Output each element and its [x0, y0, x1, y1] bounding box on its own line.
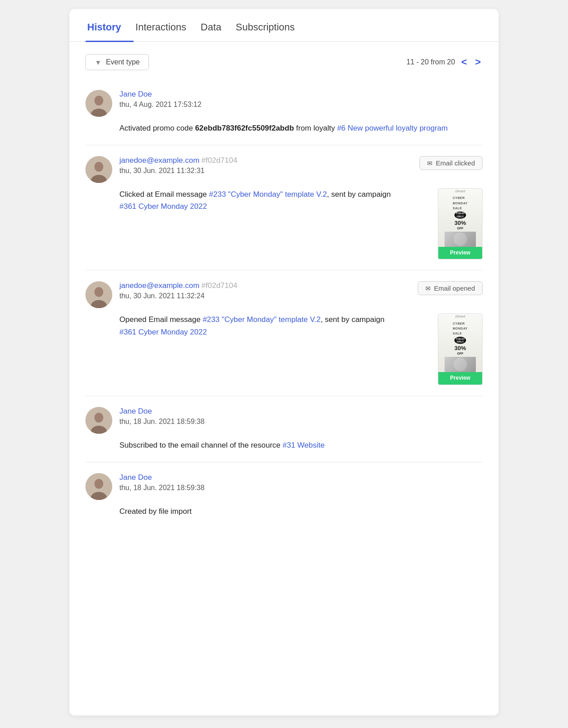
entry-info-4: Jane Doe thu, 18 Jun. 2021 18:59:38 [119, 407, 204, 426]
svg-point-1 [94, 96, 103, 106]
svg-rect-11 [91, 306, 107, 308]
entry-body-text-3: Opened Email message #233 "Cyber Monday"… [119, 313, 429, 338]
svg-point-9 [94, 287, 103, 297]
entry-with-preview-3: Opened Email message #233 "Cyber Monday"… [119, 313, 483, 385]
entry-info-5: Jane Doe thu, 18 Jun. 2021 18:59:38 [119, 473, 204, 492]
entry-header-right-4: Jane Doe thu, 18 Jun. 2021 18:59:38 [119, 407, 483, 426]
thumb-off-3: OFF [457, 351, 463, 356]
event-entry-5: Jane Doe thu, 18 Jun. 2021 18:59:38 Crea… [85, 462, 483, 528]
event-entry-2: janedoe@example.com #f02d7104 thu, 30 Ju… [85, 145, 483, 271]
avatar-5 [85, 473, 112, 500]
timestamp-1: thu, 4 Aug. 2021 17:53:12 [119, 101, 201, 109]
tab-history[interactable]: History [85, 9, 134, 41]
svg-rect-15 [91, 432, 107, 434]
entry-header-2: janedoe@example.com #f02d7104 thu, 30 Ju… [85, 156, 483, 183]
entry-header-4: Jane Doe thu, 18 Jun. 2021 18:59:38 [85, 407, 483, 434]
tab-interactions[interactable]: Interactions [134, 9, 199, 41]
thumb-title-3: Denied [455, 314, 465, 319]
campaign-link-2a[interactable]: #233 "Cyber Monday" template V.2 [209, 190, 327, 199]
thumb-title-2: Denied [455, 189, 465, 194]
entry-header-right-5: Jane Doe thu, 18 Jun. 2021 18:59:38 [119, 473, 483, 492]
svg-point-5 [94, 162, 103, 172]
thumb-inner-3: Denied CYBERMONDAYSALE TODAY ONLY 30% OF… [438, 314, 482, 372]
tab-subscriptions[interactable]: Subscriptions [234, 9, 307, 41]
entry-header-right-2: janedoe@example.com #f02d7104 thu, 30 Ju… [119, 156, 483, 175]
filter-icon: ▼ [95, 59, 102, 66]
timestamp-3: thu, 30 Jun. 2021 11:32:24 [119, 292, 237, 300]
campaign-link-2b[interactable]: #361 Cyber Monday 2022 [119, 202, 207, 211]
entry-with-preview-2: Clicked at Email message #233 "Cyber Mon… [119, 188, 483, 259]
promo-code-1: 62ebdb783f62fc5509f2abdb [195, 124, 294, 132]
thumb-off-2: OFF [457, 226, 463, 231]
event-entry-3: janedoe@example.com #f02d7104 thu, 30 Ju… [85, 271, 483, 396]
svg-rect-3 [91, 115, 107, 117]
entry-info-2: janedoe@example.com #f02d7104 thu, 30 Ju… [119, 156, 237, 175]
pagination: 11 - 20 from 20 < > [407, 56, 483, 68]
pagination-next[interactable]: > [473, 56, 483, 68]
email-opened-badge: ✉ Email opened [418, 281, 483, 295]
user-email-2[interactable]: janedoe@example.com #f02d7104 [119, 156, 237, 165]
event-entry-1: Jane Doe thu, 4 Aug. 2021 17:53:12 Activ… [85, 79, 483, 145]
loyalty-link-1[interactable]: #6 New powerful loyalty program [337, 124, 448, 132]
entry-body-2: Clicked at Email message #233 "Cyber Mon… [119, 188, 483, 259]
pagination-prev[interactable]: < [459, 56, 469, 68]
filter-button[interactable]: ▼ Event type [85, 54, 149, 70]
tab-bar: History Interactions Data Subscriptions [69, 9, 499, 42]
thumb-sale-title: CYBERMONDAYSALE [453, 195, 467, 211]
thumb-percent-3: 30% [454, 345, 466, 351]
entry-header-5: Jane Doe thu, 18 Jun. 2021 18:59:38 [85, 473, 483, 500]
campaign-link-3b[interactable]: #361 Cyber Monday 2022 [119, 328, 207, 336]
entry-header-right-1: Jane Doe thu, 4 Aug. 2021 17:53:12 [119, 90, 483, 109]
entry-header-1: Jane Doe thu, 4 Aug. 2021 17:53:12 [85, 90, 483, 117]
pagination-range: 11 - 20 from 20 [407, 58, 455, 66]
preview-label-3[interactable]: Preview [438, 372, 482, 384]
preview-label-2[interactable]: Preview [438, 247, 482, 259]
entry-info-1: Jane Doe thu, 4 Aug. 2021 17:53:12 [119, 90, 201, 109]
entry-header-3: janedoe@example.com #f02d7104 thu, 30 Ju… [85, 281, 483, 308]
preview-thumb-3[interactable]: Denied CYBERMONDAYSALE TODAY ONLY 30% OF… [438, 313, 483, 385]
resource-link-4[interactable]: #31 Website [283, 441, 325, 449]
svg-point-17 [94, 479, 103, 489]
tab-data[interactable]: Data [199, 9, 234, 41]
user-email-3[interactable]: janedoe@example.com #f02d7104 [119, 281, 237, 290]
thumb-inner-2: Denied CYBERMONDAYSALE TODAY ONLY 30% OF… [438, 189, 482, 247]
preview-thumb-2[interactable]: Denied CYBERMONDAYSALE TODAY ONLY 30% OF… [438, 188, 483, 259]
email-icon-3: ✉ [425, 285, 431, 292]
svg-point-13 [94, 413, 103, 423]
event-list: Jane Doe thu, 4 Aug. 2021 17:53:12 Activ… [69, 79, 499, 528]
email-icon-2: ✉ [427, 160, 432, 167]
entry-body-5: Created by file import [119, 505, 483, 517]
entry-body-4: Subscribed to the email channel of the r… [119, 439, 483, 451]
campaign-link-3a[interactable]: #233 "Cyber Monday" template V.2 [203, 315, 321, 324]
user-name-1[interactable]: Jane Doe [119, 90, 201, 99]
entry-body-text-2: Clicked at Email message #233 "Cyber Mon… [119, 188, 429, 212]
entry-body-1: Activated promo code 62ebdb783f62fc5509f… [119, 122, 483, 134]
entry-header-right-3: janedoe@example.com #f02d7104 thu, 30 Ju… [119, 281, 483, 300]
timestamp-5: thu, 18 Jun. 2021 18:59:38 [119, 484, 204, 492]
avatar-3 [85, 281, 112, 308]
badge-label-3: Email opened [434, 284, 475, 292]
event-entry-4: Jane Doe thu, 18 Jun. 2021 18:59:38 Subs… [85, 396, 483, 462]
avatar-1 [85, 90, 112, 117]
email-clicked-badge: ✉ Email clicked [420, 156, 483, 170]
main-card: History Interactions Data Subscriptions … [69, 9, 499, 715]
user-email-text-3: janedoe@example.com [119, 281, 199, 290]
filter-label: Event type [106, 58, 140, 66]
timestamp-2: thu, 30 Jun. 2021 11:32:31 [119, 167, 237, 175]
thumb-badge-black-2: TODAY ONLY [454, 212, 466, 219]
thumb-img-3 [445, 357, 476, 372]
user-id-3: #f02d7104 [201, 281, 237, 290]
user-name-5[interactable]: Jane Doe [119, 473, 204, 482]
avatar-4 [85, 407, 112, 434]
entry-info-3: janedoe@example.com #f02d7104 thu, 30 Ju… [119, 281, 237, 300]
thumb-badge-black-3: TODAY ONLY [454, 337, 466, 344]
user-name-4[interactable]: Jane Doe [119, 407, 204, 416]
avatar-2 [85, 156, 112, 183]
thumb-img-2 [445, 232, 476, 247]
entry-body-3: Opened Email message #233 "Cyber Monday"… [119, 313, 483, 385]
timestamp-4: thu, 18 Jun. 2021 18:59:38 [119, 418, 204, 426]
filter-bar: ▼ Event type 11 - 20 from 20 < > [69, 42, 499, 79]
thumb-sale-title-3: CYBERMONDAYSALE [453, 321, 467, 336]
user-id-2: #f02d7104 [201, 156, 237, 165]
thumb-percent-2: 30% [454, 220, 466, 226]
